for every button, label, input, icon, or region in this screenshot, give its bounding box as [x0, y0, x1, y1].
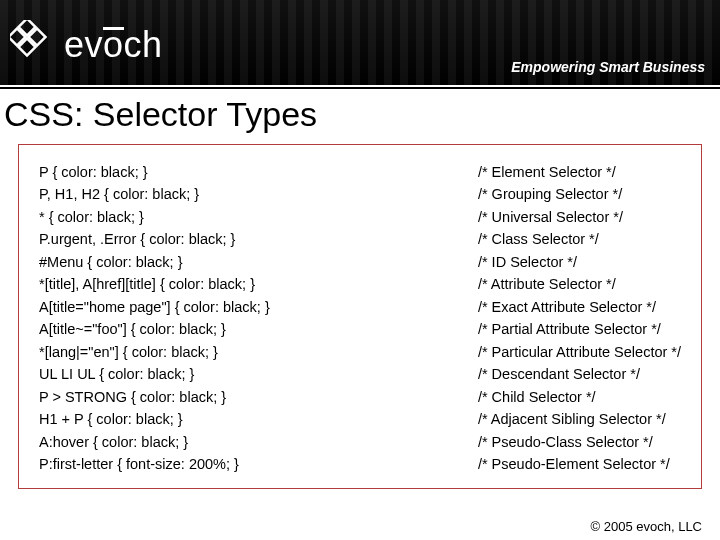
- brand-logo: evoch: [10, 20, 163, 66]
- header-divider: [0, 87, 720, 89]
- selector-desc-column: /* Element Selector */ /* Grouping Selec…: [478, 161, 681, 472]
- content-box: P { color: black; } P, H1, H2 { color: b…: [18, 144, 702, 489]
- diamond-grid-icon: [10, 20, 56, 66]
- selector-code-column: P { color: black; } P, H1, H2 { color: b…: [39, 161, 270, 472]
- brand-tagline: Empowering Smart Business: [511, 59, 705, 75]
- slide-header: evoch Empowering Smart Business: [0, 0, 720, 85]
- page-title: CSS: Selector Types: [4, 95, 716, 134]
- copyright-footer: © 2005 evoch, LLC: [591, 519, 702, 534]
- brand-name: evoch: [64, 24, 163, 66]
